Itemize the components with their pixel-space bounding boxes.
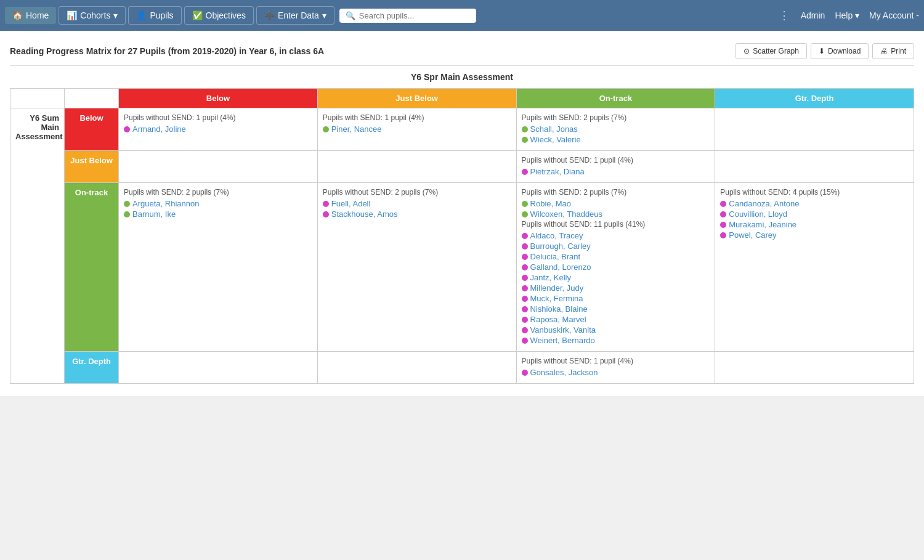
col-header-below: Below [119,89,318,108]
search-box: 🔍 [339,9,476,23]
pupil-name[interactable]: Pietrzak, Diana [530,167,585,176]
pupil-name[interactable]: Robie, Mao [530,199,571,208]
enter-data-icon: ➕ [264,10,275,20]
pupil-dot [720,222,726,228]
print-button[interactable]: 🖨 Print [872,43,914,59]
pupil-name[interactable]: Schall, Jonas [530,124,578,134]
download-button[interactable]: ⬇ Download [811,43,869,59]
pupil-dot [323,211,329,217]
pupil-name[interactable]: Delucia, Brant [530,252,581,261]
pupil-link[interactable]: Jantz, Kelly [522,273,710,282]
cell-on_track_below: Pupils with SEND: 2 pupils (7%) Argueta,… [119,183,318,352]
pupil-name[interactable]: Candanoza, Antone [729,199,799,208]
pupils-label: Pupils [150,10,173,20]
pupil-name[interactable]: Aldaco, Tracey [530,231,583,240]
matrix-title: Y6 Spr Main Assessment [10,72,914,82]
col-header-gtr-depth: Gtr. Depth [715,89,914,108]
enter-data-button[interactable]: ➕ Enter Data ▾ [256,6,334,25]
pupil-name[interactable]: Couvillion, Lloyd [729,209,787,219]
cell-group-label: Pupils with SEND: 2 pupils (7%) [522,188,710,197]
pupil-dot [522,126,528,132]
pupil-link[interactable]: Candanoza, Antone [720,199,909,208]
cell-group-label: Pupils without SEND: 2 pupils (7%) [323,188,511,197]
pupil-name[interactable]: Wilcoxen, Thaddeus [530,209,603,219]
pupil-name[interactable]: Piner, Nancee [331,124,382,134]
pupil-link[interactable]: Pietrzak, Diana [522,167,710,176]
pupil-link[interactable]: Millender, Judy [522,283,710,293]
pupil-name[interactable]: Powel, Carey [729,230,776,240]
pupil-dot [124,126,130,132]
cell-group-label: Pupils without SEND: 4 pupils (15%) [720,188,909,197]
home-icon: 🏠 [12,10,23,20]
pupil-name[interactable]: Weinert, Bernardo [530,336,595,345]
pupil-link[interactable]: Aldaco, Tracey [522,231,710,240]
pupil-name[interactable]: Fuell, Adell [331,199,371,208]
pupil-link[interactable]: Raposa, Marvel [522,315,710,324]
pupil-link[interactable]: Schall, Jonas [522,124,710,134]
pupil-link[interactable]: Armand, Joline [124,124,312,134]
cell-group-label: Pupils without SEND: 1 pupil (4%) [522,156,710,164]
pupil-link[interactable]: Stackhouse, Amos [323,209,511,219]
pupil-link[interactable]: Delucia, Brant [522,252,710,261]
cell-below_just_below: Pupils with SEND: 1 pupil (4%) Piner, Na… [317,108,516,151]
cell-on_track_on_track: Pupils with SEND: 2 pupils (7%) Robie, M… [516,183,715,352]
pupils-icon: 👤 [136,10,147,20]
pupil-name[interactable]: Muck, Fermina [530,294,583,303]
search-icon: 🔍 [346,11,355,20]
pupil-link[interactable]: Robie, Mao [522,199,710,208]
pupil-name[interactable]: Vanbuskirk, Vanita [530,325,596,335]
page-title: Reading Progress Matrix for 27 Pupils (f… [10,46,324,56]
pupil-link[interactable]: Gonsales, Jackson [522,368,710,377]
pupil-link[interactable]: Weinert, Bernardo [522,336,710,345]
pupil-name[interactable]: Barnum, Ike [132,209,176,219]
pupil-name[interactable]: Galland, Lorenzo [530,262,591,272]
pupil-link[interactable]: Wilcoxen, Thaddeus [522,209,710,219]
my-account-link[interactable]: My Account - [869,10,919,20]
pupil-name[interactable]: Gonsales, Jackson [530,368,598,377]
pupil-name[interactable]: Murakami, Jeanine [729,220,796,229]
cell-below_below: Pupils without SEND: 1 pupil (4%) Armand… [119,108,318,151]
search-input[interactable] [359,11,470,20]
scatter-graph-button[interactable]: ⊙ Scatter Graph [736,43,807,59]
pupil-dot [522,338,528,344]
admin-link[interactable]: Admin [801,10,825,20]
dots-icon: ⋮ [779,9,791,22]
pupil-dot [522,306,528,312]
home-button[interactable]: 🏠 Home [5,7,56,24]
pupil-name[interactable]: Burrough, Carley [530,241,591,251]
pupil-link[interactable]: Wieck, Valerie [522,135,710,144]
navbar: 🏠 Home 📊 Cohorts ▾ 👤 Pupils ✅ Objectives… [0,0,924,31]
pupil-link[interactable]: Muck, Fermina [522,294,710,303]
pupil-name[interactable]: Millender, Judy [530,283,584,293]
pupil-link[interactable]: Argueta, Rhiannon [124,199,312,208]
row-header-on_track: On-track [65,183,119,352]
pupil-name[interactable]: Raposa, Marvel [530,315,586,324]
pupil-link[interactable]: Vanbuskirk, Vanita [522,325,710,335]
pupil-link[interactable]: Powel, Carey [720,230,909,240]
pupil-name[interactable]: Jantz, Kelly [530,273,571,282]
corner-empty-2 [65,89,119,108]
cell-group-label: Pupils without SEND: 1 pupil (4%) [124,113,312,122]
objectives-button[interactable]: ✅ Objectives [184,6,254,25]
pupil-name[interactable]: Wieck, Valerie [530,135,581,144]
cohorts-button[interactable]: 📊 Cohorts ▾ [59,6,126,25]
pupil-name[interactable]: Armand, Joline [132,124,186,134]
pupil-link[interactable]: Fuell, Adell [323,199,511,208]
nav-right: ⋮ Admin Help ▾ My Account - [779,9,919,22]
pupil-link[interactable]: Murakami, Jeanine [720,220,909,229]
pupil-name[interactable]: Stackhouse, Amos [331,209,398,219]
pupil-link[interactable]: Nishioka, Blaine [522,304,710,314]
pupil-name[interactable]: Argueta, Rhiannon [132,199,199,208]
pupil-link[interactable]: Galland, Lorenzo [522,262,710,272]
cohorts-chevron-icon: ▾ [113,10,118,20]
pupil-link[interactable]: Burrough, Carley [522,241,710,251]
help-link[interactable]: Help ▾ [835,10,859,20]
cell-group-label: Pupils with SEND: 2 pupils (7%) [522,113,710,122]
pupil-link[interactable]: Piner, Nancee [323,124,511,134]
cell-just_below_just_below [317,151,516,183]
pupil-link[interactable]: Barnum, Ike [124,209,312,219]
pupil-name[interactable]: Nishioka, Blaine [530,304,588,314]
pupil-dot [522,370,528,376]
pupils-button[interactable]: 👤 Pupils [128,6,181,25]
pupil-link[interactable]: Couvillion, Lloyd [720,209,909,219]
